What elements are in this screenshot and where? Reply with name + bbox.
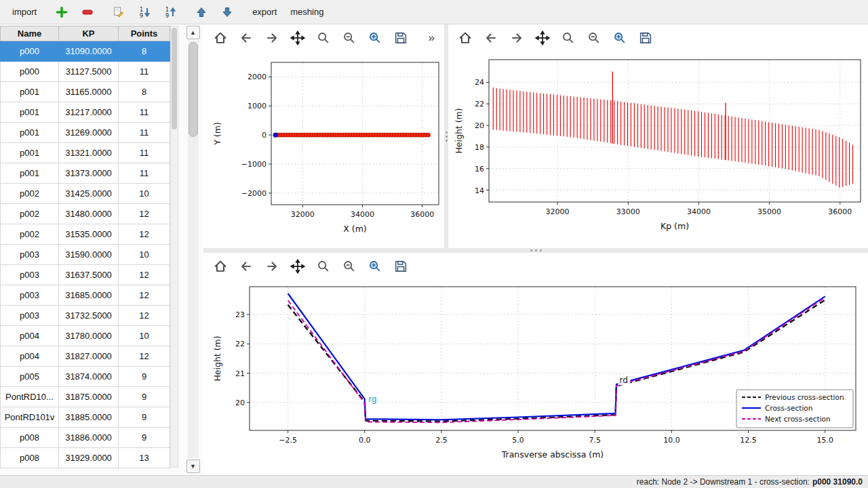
plan-view-chart[interactable]: 320003400036000−2000−1000010002000X (m)Y…: [203, 52, 444, 248]
table-cell[interactable]: 13: [119, 448, 170, 468]
table-cell[interactable]: 31827.0000: [59, 346, 119, 367]
table-cell[interactable]: p008: [1, 428, 59, 448]
table-cell[interactable]: 11: [119, 62, 170, 82]
table-row[interactable]: p00131373.000011: [1, 163, 170, 184]
column-header[interactable]: Points: [119, 26, 170, 41]
zoom-in-button[interactable]: [365, 256, 385, 277]
table-cell[interactable]: p002: [1, 184, 59, 204]
table-cell[interactable]: p000: [1, 41, 59, 62]
table-cell[interactable]: 31269.0000: [59, 123, 119, 143]
sort-ascending-button[interactable]: 19: [159, 4, 182, 20]
table-row[interactable]: p00131269.000011: [1, 123, 170, 143]
table-row[interactable]: p00131321.000011: [1, 143, 170, 163]
pan-button[interactable]: [288, 256, 308, 277]
table-cell[interactable]: p001: [1, 143, 59, 163]
table-cell[interactable]: PontRD101v: [1, 407, 59, 428]
table-cell[interactable]: 31929.0000: [59, 448, 119, 468]
cross-section-chart[interactable]: −2.50.02.55.07.510.012.515.020212223Tran…: [203, 280, 868, 475]
table-row[interactable]: p00131165.00008: [1, 82, 170, 102]
table-cell[interactable]: 31780.0000: [59, 326, 119, 346]
remove-cross-section-button[interactable]: [76, 4, 99, 20]
table-cell[interactable]: 12: [119, 346, 170, 367]
zoom-in-button[interactable]: [610, 28, 630, 48]
column-header[interactable]: Name: [1, 26, 59, 41]
table-cell[interactable]: 31321.0000: [59, 143, 119, 163]
table-cell[interactable]: 11: [119, 143, 170, 163]
table-row[interactable]: p00331732.500012: [1, 306, 170, 326]
zoom-in-button[interactable]: [365, 28, 385, 48]
table-scrollbar[interactable]: [170, 26, 178, 468]
move-up-button[interactable]: [190, 4, 213, 20]
table-cell[interactable]: 11: [119, 163, 170, 184]
table-cell[interactable]: p003: [1, 285, 59, 306]
table-cell[interactable]: 10: [119, 245, 170, 265]
table-cell[interactable]: 12: [119, 306, 170, 326]
save-button[interactable]: [391, 256, 411, 277]
table-cell[interactable]: 31217.0000: [59, 102, 119, 123]
table-cell[interactable]: 31373.0000: [59, 163, 119, 184]
panel-scrollbar[interactable]: ▲ ▼: [186, 26, 200, 473]
table-cell[interactable]: 31875.0000: [59, 387, 119, 407]
table-cell[interactable]: 12: [119, 265, 170, 285]
table-cell[interactable]: p008: [1, 448, 59, 468]
table-cell[interactable]: 12: [119, 204, 170, 224]
home-button[interactable]: [455, 28, 475, 48]
zoom-out-button[interactable]: [339, 256, 359, 277]
meshing-button[interactable]: meshing: [285, 5, 329, 19]
table-cell[interactable]: p005: [1, 367, 59, 387]
table-cell[interactable]: 10: [119, 184, 170, 204]
horizontal-splitter[interactable]: [203, 248, 868, 253]
table-row[interactable]: p00031127.500011: [1, 62, 170, 82]
table-row[interactable]: PontRD10...31875.00009: [1, 387, 170, 407]
table-row[interactable]: p00031090.00008: [1, 41, 170, 62]
table-row[interactable]: p00231480.000012: [1, 204, 170, 224]
import-button[interactable]: import: [7, 5, 42, 19]
export-button[interactable]: export: [247, 5, 282, 19]
toolbar-overflow-button[interactable]: »: [426, 31, 437, 45]
table-cell[interactable]: 31732.5000: [59, 306, 119, 326]
table-cell[interactable]: 8: [119, 82, 170, 102]
table-scrollbar-thumb[interactable]: [172, 28, 177, 129]
zoom-rect-button[interactable]: [313, 28, 334, 48]
home-button[interactable]: [210, 28, 231, 48]
forward-button[interactable]: [262, 28, 282, 48]
table-cell[interactable]: 10: [119, 326, 170, 346]
table-cell[interactable]: p001: [1, 163, 59, 184]
table-cell[interactable]: p002: [1, 224, 59, 245]
table-cell[interactable]: 31874.0000: [59, 367, 119, 387]
table-cell[interactable]: p000: [1, 62, 59, 82]
panel-scrollbar-thumb[interactable]: [189, 42, 198, 137]
zoom-out-button[interactable]: [339, 28, 359, 48]
table-cell[interactable]: 11: [119, 102, 170, 123]
pan-button[interactable]: [288, 28, 308, 48]
table-row[interactable]: p00431827.000012: [1, 346, 170, 367]
table-cell[interactable]: 12: [119, 224, 170, 245]
table-row[interactable]: p00531874.00009: [1, 367, 170, 387]
table-row[interactable]: p00831929.000013: [1, 448, 170, 468]
table-cell[interactable]: 31886.0000: [59, 428, 119, 448]
table-cell[interactable]: 31127.5000: [59, 62, 119, 82]
table-cell[interactable]: 8: [119, 41, 170, 62]
table-cell[interactable]: 31090.0000: [59, 41, 119, 62]
table-cell[interactable]: p004: [1, 346, 59, 367]
zoom-rect-button[interactable]: [558, 28, 578, 48]
zoom-rect-button[interactable]: [313, 256, 334, 277]
table-cell[interactable]: PontRD10...: [1, 387, 59, 407]
table-cell[interactable]: p001: [1, 102, 59, 123]
table-cell[interactable]: 9: [119, 428, 170, 448]
table-cell[interactable]: 9: [119, 407, 170, 428]
zoom-out-button[interactable]: [584, 28, 604, 48]
table-cell[interactable]: 11: [119, 123, 170, 143]
table-cell[interactable]: 31590.0000: [59, 245, 119, 265]
table-cell[interactable]: p002: [1, 204, 59, 224]
table-cell[interactable]: 31480.0000: [59, 204, 119, 224]
longitudinal-profile-chart[interactable]: 3200033000340003500036000141618202224Kp …: [448, 52, 868, 248]
table-row[interactable]: p00231535.000012: [1, 224, 170, 245]
table-row[interactable]: p00331685.000012: [1, 285, 170, 306]
scroll-up-button[interactable]: ▲: [186, 26, 200, 39]
table-row[interactable]: p00431780.000010: [1, 326, 170, 346]
save-button[interactable]: [635, 28, 656, 48]
move-down-button[interactable]: [216, 4, 239, 20]
save-button[interactable]: [391, 28, 411, 48]
table-row[interactable]: p00331590.000010: [1, 245, 170, 265]
